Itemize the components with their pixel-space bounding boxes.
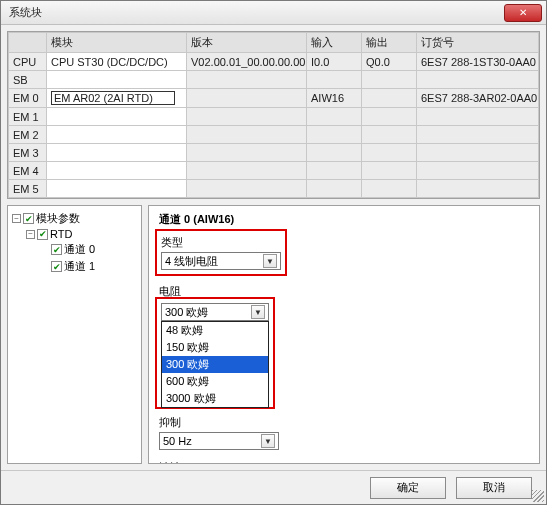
tree-item-channel-1[interactable]: ✔通道 1 (40, 258, 139, 275)
column-header[interactable]: 输出 (362, 33, 417, 53)
rejection-label: 抑制 (159, 415, 529, 430)
dropdown-option[interactable]: 3000 欧姆 (162, 390, 268, 407)
close-button[interactable]: ✕ (504, 4, 542, 22)
type-label: 类型 (161, 235, 281, 250)
system-block-dialog: 系统块 ✕ 模块版本输入输出订货号 CPUCPU ST30 (DC/DC/DC)… (0, 0, 547, 505)
dropdown-option[interactable]: 48 欧姆 (162, 322, 268, 339)
table-row[interactable]: EM 3 (9, 144, 539, 162)
tree-rtd-label: RTD (50, 228, 72, 240)
resize-grip-icon[interactable] (532, 490, 544, 502)
window-title: 系统块 (5, 5, 504, 20)
table-row[interactable]: EM 1 (9, 108, 539, 126)
table-row[interactable]: EM 0EM AR02 (2AI RTD)AIW166ES7 288-3AR02… (9, 89, 539, 108)
ok-button[interactable]: 确定 (370, 477, 446, 499)
content-area: 模块版本输入输出订货号 CPUCPU ST30 (DC/DC/DC)V02.00… (1, 25, 546, 470)
column-header[interactable]: 模块 (47, 33, 187, 53)
resistance-label: 电阻 (159, 284, 529, 299)
dropdown-option[interactable]: 300 欧姆 (162, 356, 268, 373)
table-row[interactable]: CPUCPU ST30 (DC/DC/DC)V02.00.01_00.00.00… (9, 53, 539, 71)
tree-item-channel-0[interactable]: ✔通道 0 (40, 241, 139, 258)
module-grid[interactable]: 模块版本输入输出订货号 CPUCPU ST30 (DC/DC/DC)V02.00… (7, 31, 540, 199)
chevron-down-icon: ▼ (263, 254, 277, 268)
chevron-down-icon: ▼ (261, 434, 275, 448)
parameter-tree[interactable]: −✔模块参数 −✔RTD ✔通道 0 ✔通道 1 (7, 205, 142, 464)
checkbox-icon: ✔ (51, 261, 62, 272)
channel-form: 通道 0 (AIW16) 类型 4 线制电阻▼ 电阻 300 欧姆▼ (148, 205, 540, 464)
column-header[interactable]: 版本 (187, 33, 307, 53)
tree-root-label: 模块参数 (36, 211, 80, 226)
tree-collapse-icon[interactable]: − (12, 214, 21, 223)
table-row[interactable]: SB (9, 71, 539, 89)
type-select[interactable]: 4 线制电阻▼ (161, 252, 281, 270)
filter-label: 滤波 (159, 460, 529, 464)
dropdown-option[interactable]: 600 欧姆 (162, 373, 268, 390)
titlebar: 系统块 ✕ (1, 1, 546, 25)
checkbox-icon: ✔ (51, 244, 62, 255)
resistance-select[interactable]: 300 欧姆▼ 48 欧姆150 欧姆300 欧姆600 欧姆3000 欧姆 (161, 303, 269, 321)
column-header[interactable]: 输入 (307, 33, 362, 53)
chevron-down-icon: ▼ (251, 305, 265, 319)
column-header[interactable] (9, 33, 47, 53)
table-row[interactable]: EM 5 (9, 180, 539, 198)
cancel-button[interactable]: 取消 (456, 477, 532, 499)
checkbox-icon[interactable]: ✔ (23, 213, 34, 224)
dropdown-option[interactable]: 150 欧姆 (162, 339, 268, 356)
table-row[interactable]: EM 4 (9, 162, 539, 180)
form-heading: 通道 0 (AIW16) (159, 212, 529, 227)
tree-collapse-icon[interactable]: − (26, 230, 35, 239)
resistance-dropdown[interactable]: 48 欧姆150 欧姆300 欧姆600 欧姆3000 欧姆 (161, 321, 269, 408)
rejection-select[interactable]: 50 Hz▼ (159, 432, 529, 450)
dialog-buttons: 确定 取消 (1, 470, 546, 504)
column-header[interactable]: 订货号 (417, 33, 539, 53)
checkbox-icon[interactable]: ✔ (37, 229, 48, 240)
table-row[interactable]: EM 2 (9, 126, 539, 144)
